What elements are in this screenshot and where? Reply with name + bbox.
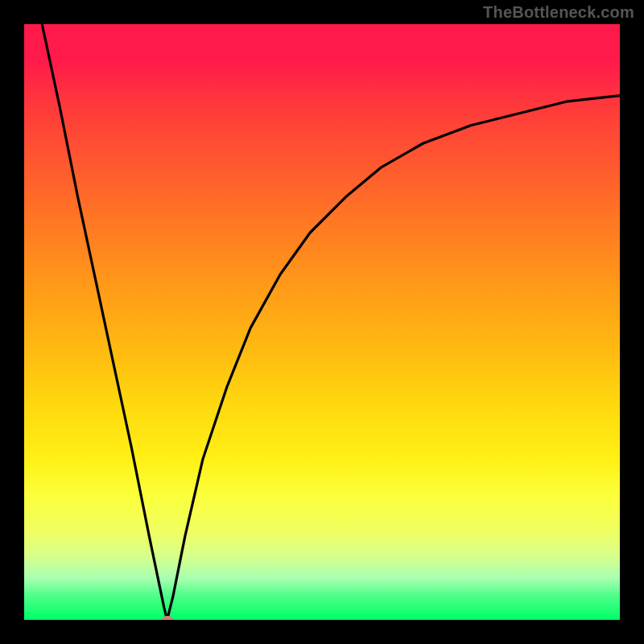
curve-svg xyxy=(24,24,620,620)
min-marker xyxy=(162,616,173,620)
watermark-text: TheBottleneck.com xyxy=(483,3,634,22)
chart-frame: TheBottleneck.com xyxy=(0,0,644,644)
bottleneck-curve xyxy=(42,24,620,620)
plot-area xyxy=(24,24,620,620)
